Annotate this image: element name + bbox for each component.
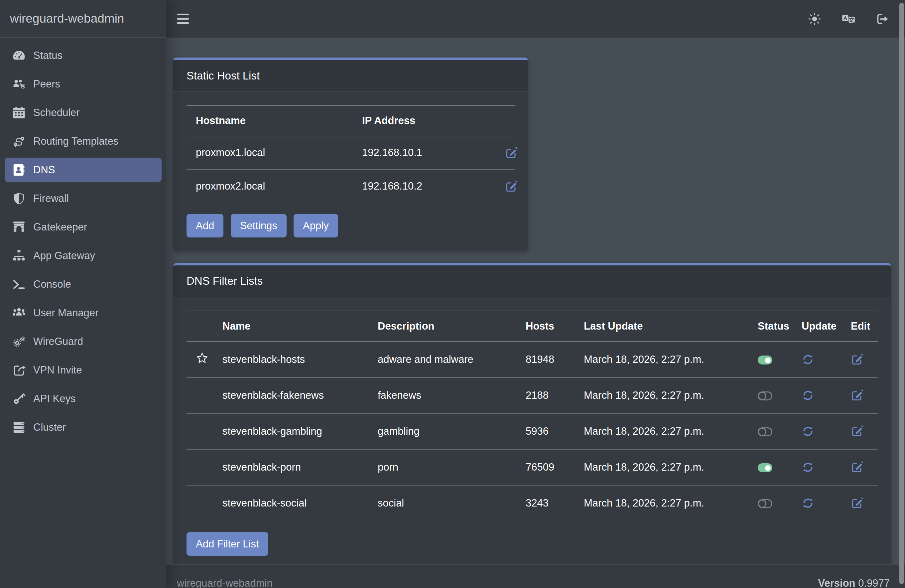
hostname-cell: proxmox2.local [187, 170, 353, 203]
filter-last-update-cell: March 18, 2026, 2:27 p.m. [575, 449, 748, 485]
filter-last-update-cell: March 18, 2026, 2:27 p.m. [575, 413, 748, 449]
column-header-edit: Edit [841, 311, 878, 342]
edit-host-icon[interactable] [505, 147, 518, 159]
table-row: proxmox1.local 192.168.10.1 [187, 136, 515, 170]
filter-hosts-cell: 2188 [516, 377, 575, 413]
footer-brand: wireguard-webadmin [177, 577, 273, 588]
filter-name-cell: stevenblack-gambling [213, 413, 368, 449]
refresh-icon[interactable] [802, 353, 814, 366]
filter-description-cell: gambling [368, 413, 516, 449]
sidebar-item-label: Gatekeeper [33, 221, 87, 233]
sidebar-item-label: User Manager [33, 307, 98, 319]
sidebar-item-console[interactable]: Console [5, 272, 162, 296]
edit-filter-icon[interactable] [851, 425, 864, 438]
footer: wireguard-webadmin Version 0.9977 [166, 564, 905, 588]
edit-filter-icon[interactable] [851, 353, 864, 366]
terminal-icon [9, 278, 29, 291]
sidebar-item-cluster[interactable]: Cluster [5, 415, 162, 439]
sidebar-nav: Status Peers Scheduler Routing Templates [0, 38, 166, 449]
filter-hosts-cell: 5936 [516, 413, 575, 449]
dns-filter-lists-title: DNS Filter Lists [173, 265, 891, 297]
status-toggle[interactable] [758, 427, 772, 436]
column-header-status: Status [748, 311, 792, 342]
sidebar-item-label: Cluster [33, 421, 66, 433]
vertical-scrollbar[interactable] [899, 3, 904, 584]
table-row: stevenblack-social social 3243 March 18,… [187, 485, 878, 521]
refresh-icon[interactable] [802, 461, 814, 474]
edit-filter-icon[interactable] [851, 389, 864, 402]
key-icon [9, 392, 29, 405]
column-header-description: Description [368, 311, 516, 342]
sidebar-item-label: DNS [33, 164, 55, 176]
sidebar-item-label: Firewall [33, 192, 69, 205]
sidebar-item-label: Peers [33, 78, 60, 90]
column-header-star [187, 311, 213, 342]
sidebar-item-routing-templates[interactable]: Routing Templates [5, 129, 162, 153]
sidebar-item-user-manager[interactable]: User Manager [5, 300, 162, 325]
ip-cell: 192.168.10.2 [353, 170, 496, 203]
status-toggle[interactable] [758, 391, 772, 400]
main-content: Static Host List Hostname IP Address pro… [166, 38, 905, 564]
status-toggle[interactable] [758, 356, 772, 364]
filter-name-cell: stevenblack-social [213, 485, 368, 521]
sidebar-item-gatekeeper[interactable]: Gatekeeper [5, 215, 162, 239]
sidebar-item-label: Console [33, 278, 71, 290]
column-header-update: Update [792, 311, 841, 342]
refresh-icon[interactable] [802, 497, 814, 510]
language-icon[interactable] [842, 12, 855, 25]
refresh-icon[interactable] [802, 389, 814, 402]
server-stack-icon [9, 421, 29, 434]
theme-toggle-sun-icon[interactable] [808, 12, 821, 25]
calendar-icon [9, 106, 29, 119]
filter-description-cell: fakenews [368, 377, 516, 413]
logout-icon[interactable] [876, 12, 889, 25]
filter-name-cell: stevenblack-fakenews [213, 377, 368, 413]
filter-description-cell: adware and malware [368, 342, 516, 377]
static-host-list-card: Static Host List Hostname IP Address pro… [173, 57, 528, 251]
sidebar-item-label: Status [33, 49, 62, 62]
status-toggle[interactable] [758, 499, 772, 508]
sidebar-item-app-gateway[interactable]: App Gateway [5, 243, 162, 268]
edit-filter-icon[interactable] [851, 461, 864, 474]
favorite-star-icon[interactable] [196, 352, 208, 364]
refresh-icon[interactable] [802, 425, 814, 438]
table-row: stevenblack-fakenews fakenews 2188 March… [187, 377, 878, 413]
brand-title[interactable]: wireguard-webadmin [0, 0, 166, 38]
sidebar: wireguard-webadmin Status Peers Schedule… [0, 0, 166, 588]
column-header-name: Name [213, 311, 368, 342]
filter-name-cell: stevenblack-hosts [213, 342, 368, 377]
column-header-actions [496, 105, 515, 136]
filter-hosts-cell: 3243 [516, 485, 575, 521]
edit-host-icon[interactable] [505, 180, 518, 193]
sidebar-item-wireguard[interactable]: WireGuard [5, 329, 162, 354]
topbar [166, 0, 905, 38]
archway-icon [9, 221, 29, 234]
apply-button[interactable]: Apply [294, 214, 338, 237]
filter-last-update-cell: March 18, 2026, 2:27 p.m. [575, 485, 748, 521]
sidebar-item-peers[interactable]: Peers [5, 72, 162, 96]
add-host-button[interactable]: Add [187, 214, 224, 237]
settings-button[interactable]: Settings [231, 214, 287, 237]
sidebar-item-dns[interactable]: DNS [5, 157, 162, 182]
topbar-actions [808, 12, 889, 25]
filter-last-update-cell: March 18, 2026, 2:27 p.m. [575, 377, 748, 413]
sidebar-toggle-button[interactable] [177, 14, 189, 24]
column-header-ip: IP Address [353, 105, 496, 136]
users-gear-icon [9, 78, 29, 91]
filter-hosts-cell: 81948 [516, 342, 575, 377]
table-row: stevenblack-gambling gambling 5936 March… [187, 413, 878, 449]
filter-name-cell: stevenblack-porn [213, 449, 368, 485]
sidebar-item-api-keys[interactable]: API Keys [5, 386, 162, 411]
sidebar-item-label: Routing Templates [33, 135, 118, 147]
sidebar-item-vpn-invite[interactable]: VPN Invite [5, 358, 162, 382]
version-value: 0.9977 [858, 577, 890, 588]
add-filter-list-button[interactable]: Add Filter List [187, 532, 268, 556]
sidebar-item-status[interactable]: Status [5, 43, 162, 68]
sitemap-icon [9, 249, 29, 262]
status-toggle[interactable] [758, 463, 772, 472]
route-icon [9, 135, 29, 148]
dns-filter-lists-card: DNS Filter Lists Name Description Hosts … [173, 263, 891, 564]
sidebar-item-firewall[interactable]: Firewall [5, 186, 162, 211]
edit-filter-icon[interactable] [851, 497, 864, 510]
sidebar-item-scheduler[interactable]: Scheduler [5, 100, 162, 125]
